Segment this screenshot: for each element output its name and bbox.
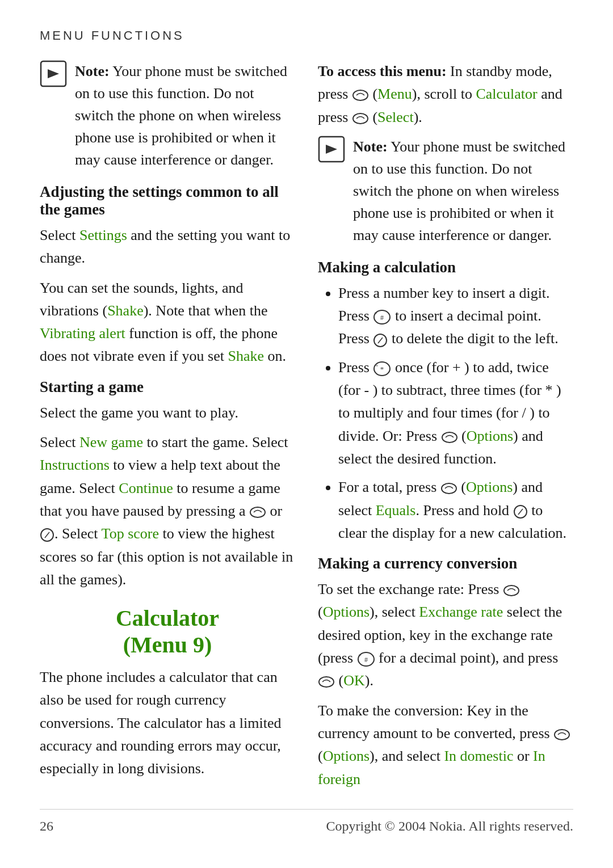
header-text: Menu functions	[40, 28, 184, 43]
making-calculation-heading: Making a calculation	[318, 259, 573, 276]
adjusting-settings-heading: Adjusting the settings common to all the…	[40, 183, 295, 218]
svg-marker-1	[48, 69, 59, 78]
note-box-2: Note: Your phone must be switched on to …	[318, 136, 573, 246]
note-icon-1	[40, 60, 67, 87]
currency-conversion-heading: Making a currency conversion	[318, 555, 573, 572]
calculator-title: Calculator(Menu 9)	[40, 605, 295, 658]
note-text-2: Note: Your phone must be switched on to …	[353, 136, 573, 246]
making-calculation-list: Press a number key to insert a digit. Pr…	[338, 282, 573, 545]
svg-point-16	[442, 483, 456, 494]
svg-marker-7	[326, 145, 337, 154]
starting-game-para2: Select New game to start the game. Selec…	[40, 431, 295, 591]
starting-game-heading: Starting a game	[40, 378, 295, 396]
note-icon-2	[318, 136, 345, 163]
currency-para2: To make the conversion: Key in the curre…	[318, 700, 573, 791]
right-column: To access this menu: In standby mode, pr…	[318, 60, 573, 809]
settings-para1: Select Settings and the setting you want…	[40, 224, 295, 270]
starting-game-para1: Select the game you want to play.	[40, 402, 295, 424]
left-column: Note: Your phone must be switched on to …	[40, 60, 295, 809]
svg-text:*: *	[375, 311, 377, 317]
calc-bullet-3: For a total, press (Options) and select …	[338, 476, 573, 545]
svg-point-18	[504, 585, 519, 596]
svg-point-23	[555, 730, 569, 740]
currency-para1: To set the exchange rate: Press (Options…	[318, 578, 573, 692]
note-box-1: Note: Your phone must be switched on to …	[40, 60, 295, 171]
copyright-text: Copyright © 2004 Nokia. All rights reser…	[326, 819, 573, 834]
page-header: Menu functions	[40, 28, 573, 43]
page-number: 26	[40, 819, 53, 834]
access-menu-text: To access this menu: In standby mode, pr…	[318, 60, 573, 129]
settings-para2: You can set the sounds, lights, and vibr…	[40, 277, 295, 368]
svg-point-5	[353, 113, 368, 124]
svg-point-22	[319, 677, 334, 687]
svg-text:*: *	[380, 365, 384, 373]
svg-point-15	[442, 432, 457, 443]
svg-point-2	[250, 507, 265, 517]
svg-text:#: #	[380, 314, 384, 322]
calculator-description: The phone includes a calculator that can…	[40, 666, 295, 780]
note-text-1: Note: Your phone must be switched on to …	[75, 60, 295, 171]
svg-text:+: +	[376, 363, 379, 368]
svg-text:#: #	[364, 656, 368, 664]
page-footer: 26 Copyright © 2004 Nokia. All rights re…	[40, 809, 573, 834]
svg-text:*: *	[358, 653, 361, 659]
svg-point-4	[353, 90, 368, 100]
calc-bullet-2: Press *+ once (for + ) to add, twice (fo…	[338, 356, 573, 470]
calc-bullet-1: Press a number key to insert a digit. Pr…	[338, 282, 573, 351]
